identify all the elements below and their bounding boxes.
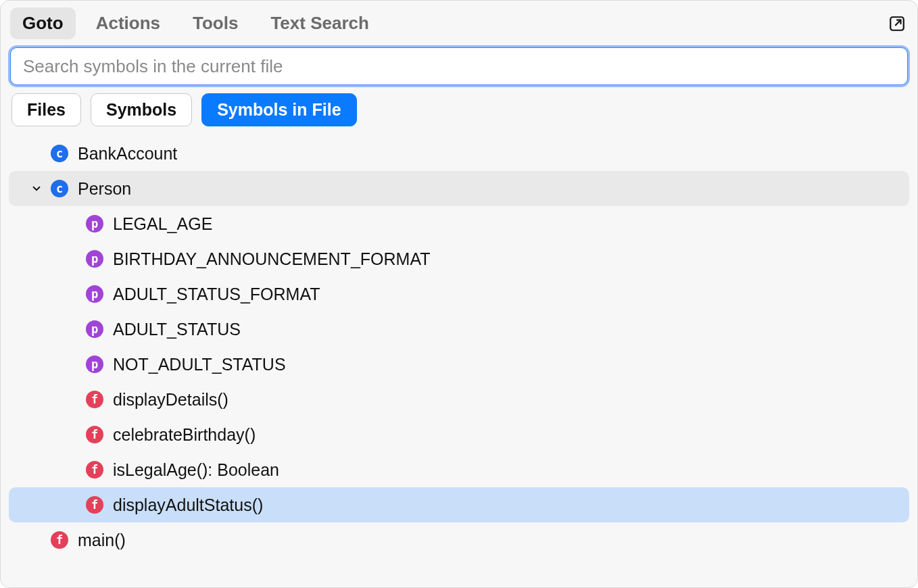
filter-files[interactable]: Files xyxy=(11,93,81,126)
search-wrap xyxy=(9,45,909,93)
function-icon: f xyxy=(86,426,103,443)
tabs-row: Goto Actions Tools Text Search xyxy=(9,7,909,45)
symbol-row[interactable]: p ADULT_STATUS_FORMAT xyxy=(9,276,909,312)
tab-actions[interactable]: Actions xyxy=(84,7,172,39)
tab-goto[interactable]: Goto xyxy=(10,7,76,39)
chevron-down-icon xyxy=(30,182,43,195)
symbol-label: ADULT_STATUS xyxy=(113,320,241,339)
symbol-row[interactable]: p NOT_ADULT_STATUS xyxy=(9,347,909,382)
symbol-tree[interactable]: c BankAccount c Person p LEGAL_AGE p BIR… xyxy=(9,136,909,579)
tab-tools[interactable]: Tools xyxy=(180,7,250,39)
search-input[interactable] xyxy=(10,47,908,85)
symbol-label: isLegalAge(): Boolean xyxy=(113,460,279,480)
function-icon: f xyxy=(86,461,103,479)
symbol-label: Person xyxy=(78,179,131,199)
property-icon: p xyxy=(86,285,103,303)
symbol-row[interactable]: f celebrateBirthday() xyxy=(9,417,909,452)
property-icon: p xyxy=(86,215,103,232)
function-icon: f xyxy=(86,496,103,514)
symbol-label: NOT_ADULT_STATUS xyxy=(113,355,286,374)
goto-panel: Goto Actions Tools Text Search Files Sym… xyxy=(0,0,918,588)
filter-symbols[interactable]: Symbols xyxy=(91,93,192,126)
class-icon: c xyxy=(51,145,68,162)
symbol-label: main() xyxy=(78,531,126,550)
popout-icon xyxy=(888,15,906,32)
symbol-label: ADULT_STATUS_FORMAT xyxy=(113,285,320,304)
symbol-label: displayAdultStatus() xyxy=(113,495,263,515)
class-icon: c xyxy=(51,180,68,197)
symbol-label: celebrateBirthday() xyxy=(113,425,256,445)
symbol-label: displayDetails() xyxy=(113,390,228,410)
symbol-label: BIRTHDAY_ANNOUNCEMENT_FORMAT xyxy=(113,249,430,269)
symbol-row[interactable]: f displayAdultStatus() xyxy=(9,487,909,522)
popout-button[interactable] xyxy=(886,13,908,34)
function-icon: f xyxy=(51,531,68,549)
symbol-row[interactable]: p LEGAL_AGE xyxy=(9,206,909,241)
symbol-label: LEGAL_AGE xyxy=(113,214,212,234)
symbol-row[interactable]: p BIRTHDAY_ANNOUNCEMENT_FORMAT xyxy=(9,241,909,276)
symbol-label: BankAccount xyxy=(78,144,177,164)
symbol-row[interactable]: f isLegalAge(): Boolean xyxy=(9,452,909,487)
property-icon: p xyxy=(86,356,103,373)
symbol-row[interactable]: c BankAccount xyxy=(9,136,909,171)
property-icon: p xyxy=(86,250,103,268)
filter-symbolsinfile[interactable]: Symbols in File xyxy=(201,93,356,126)
symbol-row[interactable]: c Person xyxy=(9,171,909,206)
function-icon: f xyxy=(86,391,103,408)
tab-textsearch[interactable]: Text Search xyxy=(258,7,381,39)
filter-row: Files Symbols Symbols in File xyxy=(9,93,909,136)
symbol-row[interactable]: p ADULT_STATUS xyxy=(9,312,909,347)
symbol-row[interactable]: f displayDetails() xyxy=(9,382,909,417)
property-icon: p xyxy=(86,320,103,338)
disclosure-toggle[interactable] xyxy=(29,181,44,196)
symbol-row[interactable]: f main() xyxy=(9,522,909,558)
